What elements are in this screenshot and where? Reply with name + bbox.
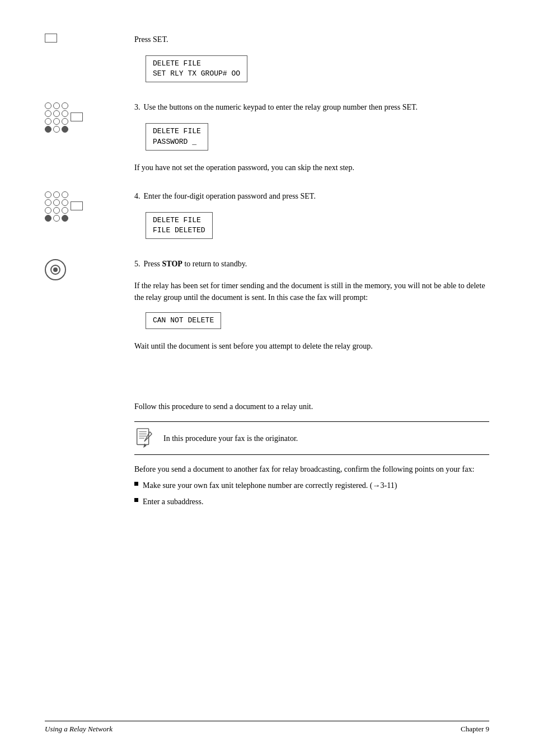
stop-button-icon (45, 259, 66, 280)
pencil-notepad-svg (134, 428, 154, 450)
press-set-instruction: Press SET. (134, 34, 489, 45)
bullet-square-1 (134, 482, 138, 486)
step-4-instruction: Enter the four-digit operation password … (144, 190, 316, 202)
step-5-sub1: If the relay has been set for timer send… (134, 280, 489, 303)
bullet-square-2 (134, 498, 138, 502)
step-3-instruction: Use the buttons on the numeric keypad to… (144, 101, 418, 113)
lcd-line-1: DELETE FILE (153, 59, 240, 69)
key4-6 (62, 199, 68, 206)
lcd-display-5: CAN NOT DELETE (146, 312, 221, 329)
bullet-text-2: Enter a subaddress. (143, 496, 203, 508)
before-section: Before you send a document to another fa… (134, 465, 489, 508)
keypad-set-icon-4 (45, 190, 134, 222)
lcd-3-line-1: DELETE FILE (153, 126, 201, 137)
step-4-number: 4. (134, 192, 140, 201)
key4-star (45, 215, 51, 222)
key4-5 (53, 199, 60, 206)
key-star (45, 126, 51, 133)
key4-1 (45, 191, 51, 198)
key-2 (53, 102, 60, 109)
stop-icon-col (45, 258, 134, 280)
step-3-number: 3. (134, 103, 140, 112)
lcd-display-3: DELETE FILE PASSWORD _ (146, 123, 208, 150)
keypad-icon (45, 102, 68, 133)
keypad-and-set (45, 101, 83, 133)
bullet-text-1: Make sure your own fax unit telephone nu… (143, 480, 397, 491)
note-icon (134, 428, 154, 450)
key4-hash (62, 215, 68, 222)
stop-dot (53, 267, 58, 272)
key-5 (53, 110, 60, 117)
key-hash (62, 126, 68, 133)
lcd-5-line-1: CAN NOT DELETE (153, 316, 214, 326)
bullet-item-2: Enter a subaddress. (134, 496, 489, 508)
lcd-display-4: DELETE FILE FILE DELETED (146, 212, 213, 239)
footer-left: Using a Relay Network (45, 725, 113, 734)
key4-4 (45, 199, 51, 206)
key-9 (62, 118, 68, 125)
before-text: Before you send a document to another fa… (134, 465, 489, 474)
key-6 (62, 110, 68, 117)
lcd-4-line-1: DELETE FILE (153, 215, 205, 226)
set-key-4 (71, 201, 83, 210)
keypad-set-icon-3 (45, 101, 134, 133)
keypad-and-set-4 (45, 190, 83, 222)
step-3-sub: If you have not set the operation passwo… (134, 162, 489, 173)
stop-inner-ring (50, 265, 60, 275)
bullet-list: Make sure your own fax unit telephone nu… (134, 480, 489, 508)
section-intro: Follow this procedure to send a document… (134, 402, 489, 411)
set-key-3 (71, 112, 83, 121)
step-5-number: 5. (134, 260, 140, 269)
key4-3 (62, 191, 68, 198)
footer-right: Chapter 9 (461, 725, 489, 734)
note-text: In this procedure your fax is the origin… (163, 433, 298, 444)
key-1 (45, 102, 51, 109)
page: Press SET. DELETE FILE SET RLY TX GROUP#… (0, 0, 534, 756)
note-row: In this procedure your fax is the origin… (134, 426, 489, 450)
step-5-instruction: Press STOP to return to standby. (144, 258, 247, 270)
section-intro-text: Follow this procedure to send a document… (134, 402, 489, 411)
key-4 (45, 110, 51, 117)
key-0 (53, 126, 60, 133)
key-7 (45, 118, 51, 125)
keypad-icon-4 (45, 191, 68, 222)
lcd-3-line-2: PASSWORD _ (153, 137, 201, 147)
key-8 (53, 118, 60, 125)
step-4-content: 4. Enter the four-digit operation passwo… (134, 190, 489, 246)
note-container: In this procedure your fax is the origin… (134, 421, 489, 455)
step-5-content: 5. Press STOP to return to standby. If t… (134, 258, 489, 356)
svg-marker-8 (143, 444, 147, 448)
set-key (45, 34, 57, 43)
svg-line-6 (150, 432, 152, 434)
note-box: In this procedure your fax is the origin… (134, 421, 489, 455)
key-3 (62, 102, 68, 109)
page-footer: Using a Relay Network Chapter 9 (45, 721, 489, 734)
step-press-set: Press SET. DELETE FILE SET RLY TX GROUP#… (134, 34, 489, 89)
lcd-display-1: DELETE FILE SET RLY TX GROUP# OO (146, 55, 247, 82)
lcd-line-2: SET RLY TX GROUP# OO (153, 69, 240, 79)
step-3-content: 3. Use the buttons on the numeric keypad… (134, 101, 489, 177)
set-button-icon (45, 34, 134, 43)
lcd-4-line-2: FILE DELETED (153, 226, 205, 236)
key4-8 (53, 207, 60, 214)
key4-9 (62, 207, 68, 214)
spacer (45, 369, 489, 402)
key4-7 (45, 207, 51, 214)
key4-2 (53, 191, 60, 198)
key4-0 (53, 215, 60, 222)
bullet-item-1: Make sure your own fax unit telephone nu… (134, 480, 489, 491)
step-5-sub2: Wait until the document is sent before y… (134, 340, 489, 352)
